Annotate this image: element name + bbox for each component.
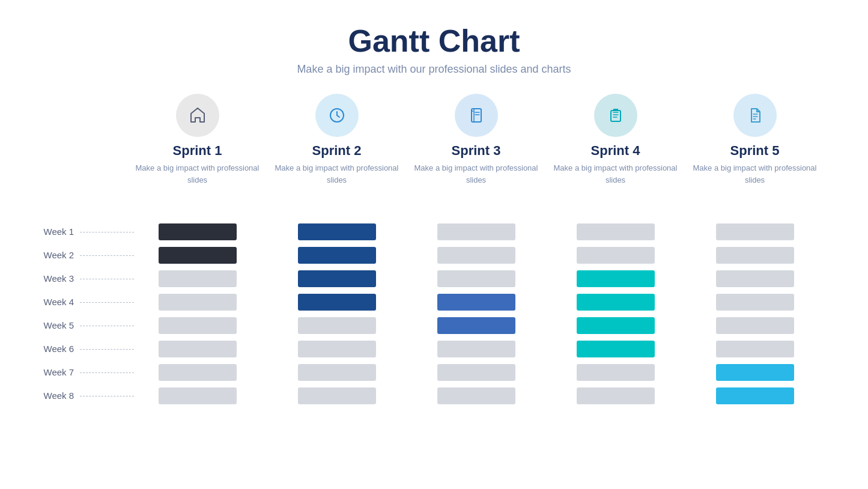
bar xyxy=(437,294,515,311)
bar-row xyxy=(267,267,407,290)
bar xyxy=(437,223,515,240)
bar xyxy=(437,387,515,404)
sprint-icon-sprint2 xyxy=(315,94,359,137)
bar-row xyxy=(407,314,546,337)
bar xyxy=(716,247,794,264)
bar-row xyxy=(685,243,825,267)
bar-row xyxy=(546,360,685,384)
sprint-title-sprint2: Sprint 2 xyxy=(312,143,362,159)
bar-row xyxy=(546,243,685,267)
bars-col-sprint1 xyxy=(128,220,267,407)
bars-col-sprint2 xyxy=(267,220,407,407)
bar xyxy=(577,341,655,357)
week-label: Week 8 xyxy=(44,384,128,407)
bar xyxy=(298,270,376,287)
page-header: Gantt Chart Make a big impact with our p… xyxy=(297,24,571,76)
bar xyxy=(716,294,794,311)
bar xyxy=(298,294,376,311)
bar-row xyxy=(685,267,825,290)
bars-col-sprint5 xyxy=(685,220,825,407)
sprint-desc-sprint3: Make a big impact with professional slid… xyxy=(407,162,546,186)
bar xyxy=(577,364,655,381)
bar-row xyxy=(407,384,546,407)
bar xyxy=(716,341,794,357)
bar xyxy=(159,270,237,287)
week-label: Week 3 xyxy=(44,267,128,290)
sprints-area: Sprint 1Make a big impact with professio… xyxy=(128,94,825,407)
bar-row xyxy=(128,314,267,337)
bar-row xyxy=(267,314,407,337)
bar xyxy=(716,317,794,334)
bar xyxy=(437,341,515,357)
bar xyxy=(577,270,655,287)
bar-row xyxy=(546,314,685,337)
sprint-title-sprint3: Sprint 3 xyxy=(452,143,501,159)
sprint-header-sprint5: Sprint 5Make a big impact with professio… xyxy=(685,94,825,208)
bar-row xyxy=(407,337,546,360)
bars-col-sprint4 xyxy=(546,220,685,407)
bar xyxy=(159,364,237,381)
week-label: Week 7 xyxy=(44,360,128,384)
sprint-icon-sprint3 xyxy=(455,94,498,137)
sprint-header-sprint1: Sprint 1Make a big impact with professio… xyxy=(128,94,267,208)
bar-row xyxy=(685,314,825,337)
sprint-header-sprint3: Sprint 3Make a big impact with professio… xyxy=(407,94,546,208)
sprint-title-sprint4: Sprint 4 xyxy=(591,143,640,159)
sprint-desc-sprint1: Make a big impact with professional slid… xyxy=(128,162,267,186)
sprint-desc-sprint5: Make a big impact with professional slid… xyxy=(685,162,825,186)
bar-row xyxy=(546,384,685,407)
sprint-col-sprint4: Sprint 4Make a big impact with professio… xyxy=(546,94,685,407)
bar-row xyxy=(407,220,546,243)
bar xyxy=(716,223,794,240)
bar-row xyxy=(267,220,407,243)
bar xyxy=(159,223,237,240)
bar-row xyxy=(267,243,407,267)
bar xyxy=(437,364,515,381)
sprint-icon-sprint4 xyxy=(594,94,637,137)
bar xyxy=(716,364,794,381)
bar xyxy=(159,387,237,404)
bar xyxy=(159,247,237,264)
sprint-header-sprint2: Sprint 2Make a big impact with professio… xyxy=(267,94,407,208)
bar-row xyxy=(267,290,407,314)
bar-row xyxy=(407,290,546,314)
bar-row xyxy=(128,243,267,267)
bar xyxy=(437,270,515,287)
bar-row xyxy=(128,360,267,384)
week-label: Week 2 xyxy=(44,243,128,267)
bar-row xyxy=(128,337,267,360)
week-label: Week 5 xyxy=(44,314,128,337)
bar xyxy=(577,223,655,240)
bar-row xyxy=(685,290,825,314)
bar xyxy=(298,223,376,240)
bar xyxy=(298,247,376,264)
bar xyxy=(437,247,515,264)
bar-row xyxy=(267,337,407,360)
bar-row xyxy=(267,384,407,407)
bar xyxy=(159,317,237,334)
bar-row xyxy=(685,220,825,243)
bar xyxy=(716,387,794,404)
bar-row xyxy=(128,220,267,243)
bar xyxy=(577,387,655,404)
bar-row xyxy=(546,290,685,314)
sprint-title-sprint1: Sprint 1 xyxy=(173,143,222,159)
svg-point-2 xyxy=(472,111,473,112)
week-label: Week 1 xyxy=(44,220,128,243)
bars-col-sprint3 xyxy=(407,220,546,407)
bar xyxy=(577,317,655,334)
sprint-col-sprint1: Sprint 1Make a big impact with professio… xyxy=(128,94,267,407)
bar-row xyxy=(546,220,685,243)
sprint-desc-sprint2: Make a big impact with professional slid… xyxy=(267,162,407,186)
bar-row xyxy=(128,267,267,290)
bar-row xyxy=(407,360,546,384)
bar-row xyxy=(128,290,267,314)
sprint-col-sprint3: Sprint 3Make a big impact with professio… xyxy=(407,94,546,407)
week-label: Week 4 xyxy=(44,290,128,314)
bar-row xyxy=(407,267,546,290)
bar xyxy=(577,247,655,264)
page-subtitle: Make a big impact with our professional … xyxy=(297,63,571,76)
sprint-title-sprint5: Sprint 5 xyxy=(730,143,780,159)
sprint-col-sprint2: Sprint 2Make a big impact with professio… xyxy=(267,94,407,407)
week-label: Week 6 xyxy=(44,337,128,360)
